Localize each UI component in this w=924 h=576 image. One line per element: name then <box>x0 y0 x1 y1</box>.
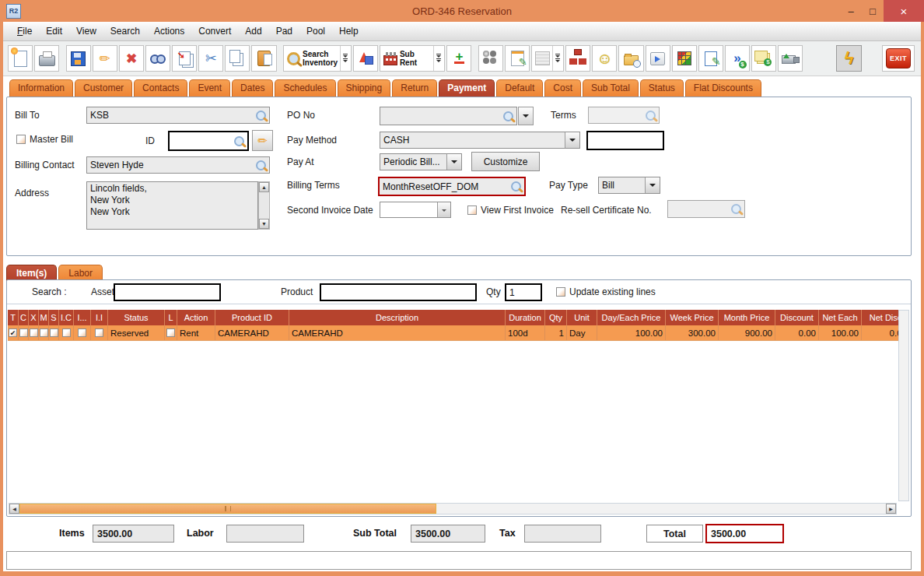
tab-default[interactable]: Default <box>496 79 543 97</box>
billing-terms-search-icon[interactable] <box>511 181 521 191</box>
address-scrollbar[interactable]: ▲ ▼ <box>258 181 270 230</box>
new-document-button[interactable] <box>8 45 33 72</box>
qty-input[interactable]: 1 <box>505 283 542 301</box>
tab-shipping[interactable]: Shipping <box>338 79 391 97</box>
menu-file[interactable]: File <box>11 23 38 39</box>
tab-items[interactable]: Item(s) <box>6 265 57 281</box>
address-scroll-up-icon[interactable]: ▲ <box>259 182 269 192</box>
edit-button[interactable]: ✏ <box>93 45 117 72</box>
menu-actions[interactable]: Actions <box>148 23 191 39</box>
menu-search[interactable]: Search <box>104 23 146 39</box>
folder-history-button[interactable] <box>618 45 643 72</box>
menu-pad[interactable]: Pad <box>270 23 299 39</box>
row-check-m[interactable] <box>40 328 48 337</box>
bill-to-field[interactable]: KSB <box>86 107 270 124</box>
sub-rent-dropdown[interactable] <box>433 46 441 71</box>
col-net-each[interactable]: Net Each <box>819 310 862 325</box>
master-bill-checkbox[interactable] <box>16 135 26 144</box>
row-check-s[interactable] <box>50 328 58 337</box>
id-search-icon[interactable] <box>234 136 244 146</box>
col-i-dots[interactable]: I... <box>74 310 91 325</box>
col-unit[interactable]: Unit <box>567 310 597 325</box>
second-invoice-date-combo[interactable] <box>380 202 451 218</box>
col-qty[interactable]: Qty <box>545 310 567 325</box>
items-vertical-scrollbar[interactable] <box>898 310 909 501</box>
shortcut-key-button[interactable] <box>646 45 670 72</box>
delete-button[interactable]: ✖ <box>119 45 144 72</box>
address-textarea[interactable]: Lincoln fields, New York New York <box>86 181 258 230</box>
pay-type-select[interactable]: Bill <box>598 177 660 194</box>
billing-contact-search-icon[interactable] <box>256 160 266 170</box>
col-l[interactable]: L <box>165 310 177 325</box>
cut-button[interactable]: ✂ <box>198 45 223 72</box>
tab-event[interactable]: Event <box>189 79 230 97</box>
col-m[interactable]: M <box>39 310 49 325</box>
menu-edit[interactable]: Edit <box>40 23 68 39</box>
id-edit-button[interactable]: ✏ <box>252 130 273 151</box>
org-chart-button[interactable] <box>565 45 590 72</box>
col-x[interactable]: X <box>29 310 39 325</box>
update-existing-checkbox[interactable] <box>556 287 565 297</box>
terms-search-icon[interactable] <box>646 111 656 121</box>
hscroll-thumb[interactable] <box>19 504 436 514</box>
tab-schedules[interactable]: Schedules <box>275 79 335 97</box>
col-day-each-price[interactable]: Day/Each Price <box>597 310 666 325</box>
col-ic[interactable]: I.C <box>59 310 74 325</box>
customize-button[interactable]: Customize <box>471 152 540 171</box>
billing-terms-field[interactable]: MonthResetOFF_DOM <box>378 177 526 196</box>
tab-customer[interactable]: Customer <box>75 79 132 97</box>
pay-method-dropdown-icon[interactable] <box>565 132 579 148</box>
menu-help[interactable]: Help <box>333 23 365 39</box>
search-inventory-button[interactable]: SearchInventory <box>283 45 352 72</box>
shapes-button[interactable] <box>353 45 378 72</box>
po-no-dropdown-button[interactable] <box>518 107 534 125</box>
product-input[interactable] <box>320 283 477 301</box>
delivery-truck-button[interactable] <box>778 45 803 72</box>
hscroll-left-icon[interactable]: ◀ <box>9 504 19 514</box>
col-duration[interactable]: Duration <box>506 310 545 325</box>
items-horizontal-scrollbar[interactable]: ◀ ▶ <box>9 503 897 515</box>
pay-method-select[interactable]: CASH <box>380 132 580 149</box>
col-description[interactable]: Description <box>289 310 506 325</box>
row-check-x[interactable] <box>30 328 38 337</box>
address-scroll-down-icon[interactable]: ▼ <box>259 219 269 229</box>
menu-convert[interactable]: Convert <box>192 23 237 39</box>
col-action[interactable]: Action <box>177 310 215 325</box>
tab-contacts[interactable]: Contacts <box>134 79 187 97</box>
col-t[interactable]: T <box>8 310 19 325</box>
row-check-ii[interactable] <box>95 328 103 337</box>
menu-view[interactable]: View <box>70 23 103 39</box>
tab-flat-discounts[interactable]: Flat Discounts <box>685 79 761 97</box>
po-no-search-icon[interactable] <box>503 111 513 121</box>
exit-button[interactable]: EXIT <box>882 45 915 72</box>
resell-certificate-field[interactable] <box>667 200 745 218</box>
color-blocks-button[interactable] <box>672 45 697 72</box>
find-button[interactable] <box>145 45 170 72</box>
tab-payment[interactable]: Payment <box>439 79 495 97</box>
add-remove-line-button[interactable]: + <box>446 45 471 72</box>
tab-status[interactable]: Status <box>640 79 684 97</box>
pay-at-dropdown-icon[interactable] <box>446 154 461 170</box>
smiley-button[interactable]: ☺ <box>592 45 617 72</box>
row-check-i-dots[interactable] <box>78 328 86 337</box>
bill-to-search-icon[interactable] <box>256 111 266 121</box>
row-check-l[interactable] <box>166 328 175 337</box>
row-check-c[interactable] <box>19 328 28 337</box>
row-check-t[interactable] <box>9 328 17 337</box>
col-status[interactable]: Status <box>108 310 165 325</box>
col-month-price[interactable]: Month Price <box>719 310 775 325</box>
resell-certificate-search-icon[interactable] <box>731 204 741 214</box>
row-check-ic[interactable] <box>62 328 71 337</box>
pay-type-dropdown-icon[interactable] <box>645 177 660 193</box>
copy-button[interactable] <box>225 45 250 72</box>
col-s[interactable]: S <box>49 310 59 325</box>
notepad-button[interactable] <box>505 45 530 72</box>
menu-add[interactable]: Add <box>239 23 268 39</box>
col-net-disc[interactable]: Net Disc <box>862 310 898 325</box>
tab-information[interactable]: Information <box>9 79 73 97</box>
col-product-id[interactable]: Product ID <box>215 310 289 325</box>
edit-document-button[interactable] <box>698 45 723 72</box>
currency-transfer-button[interactable]: » <box>725 45 750 72</box>
second-invoice-date-dropdown-icon[interactable] <box>437 202 450 217</box>
pay-method-aux-field[interactable] <box>586 131 664 150</box>
